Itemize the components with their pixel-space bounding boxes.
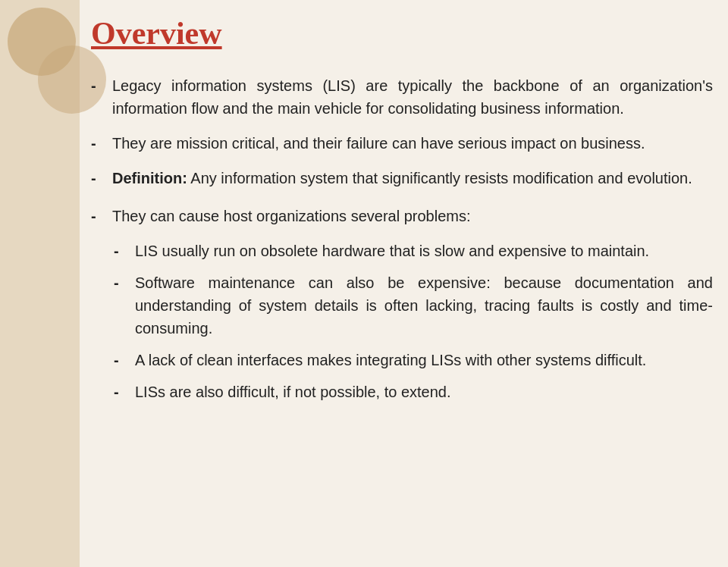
sub-bullet-list: - LIS usually run on obsolete hardware t… bbox=[91, 240, 713, 403]
bullet-text-3: Definition: Any information system that … bbox=[112, 167, 713, 190]
bullet-item-3: - Definition: Any information system tha… bbox=[91, 167, 713, 190]
bullet-item-1: - Legacy information systems (LIS) are t… bbox=[91, 74, 713, 120]
bullet-text-1: Legacy information systems (LIS) are typ… bbox=[112, 74, 713, 120]
sub-item-3: - A lack of clean interfaces makes integ… bbox=[91, 349, 713, 371]
main-content: Overview - Legacy information systems (L… bbox=[91, 15, 713, 412]
problems-section: - They can cause host organizations seve… bbox=[91, 205, 713, 403]
sub-text-2: Software maintenance can also be expensi… bbox=[135, 271, 713, 340]
definition-body: Any information system that significantl… bbox=[187, 170, 692, 186]
sub-dash-1: - bbox=[114, 240, 135, 262]
sub-text-1: LIS usually run on obsolete hardware tha… bbox=[135, 240, 713, 262]
dash-2: - bbox=[91, 132, 112, 155]
sub-item-1: - LIS usually run on obsolete hardware t… bbox=[91, 240, 713, 262]
problems-dash: - bbox=[91, 205, 112, 227]
dash-1: - bbox=[91, 74, 112, 120]
problems-intro-text: They can cause host organizations severa… bbox=[112, 205, 713, 227]
main-bullet-list: - Legacy information systems (LIS) are t… bbox=[91, 74, 713, 190]
decorative-circles bbox=[0, 0, 83, 152]
sub-item-2: - Software maintenance can also be expen… bbox=[91, 271, 713, 340]
sub-text-3: A lack of clean interfaces makes integra… bbox=[135, 349, 713, 371]
sub-text-4: LISs are also difficult, if not possible… bbox=[135, 381, 713, 403]
sub-dash-4: - bbox=[114, 381, 135, 403]
definition-label: Definition: bbox=[112, 170, 187, 186]
bullet-text-2: They are mission critical, and their fai… bbox=[112, 132, 713, 155]
sub-dash-2: - bbox=[114, 271, 135, 340]
page-title: Overview bbox=[91, 15, 713, 52]
sub-dash-3: - bbox=[114, 349, 135, 371]
sub-item-4: - LISs are also difficult, if not possib… bbox=[91, 381, 713, 403]
problems-intro-item: - They can cause host organizations seve… bbox=[91, 205, 713, 227]
dash-3: - bbox=[91, 167, 112, 190]
bullet-item-2: - They are mission critical, and their f… bbox=[91, 132, 713, 155]
